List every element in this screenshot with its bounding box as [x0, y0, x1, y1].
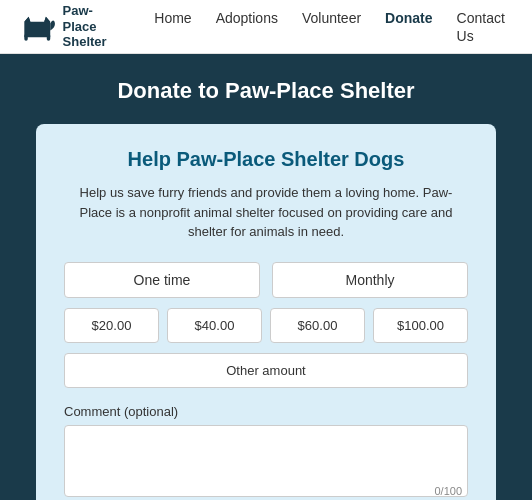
card-description: Help us save furry friends and provide t… — [64, 183, 468, 242]
svg-rect-4 — [47, 33, 50, 40]
card-title: Help Paw-Place Shelter Dogs — [64, 148, 468, 171]
navbar: Paw-Place Shelter Home Adoptions Volunte… — [0, 0, 532, 54]
nav-home[interactable]: Home — [154, 10, 191, 26]
logo-area: Paw-Place Shelter — [20, 3, 124, 50]
nav-adoptions[interactable]: Adoptions — [216, 10, 278, 26]
page-title: Donate to Paw-Place Shelter — [20, 78, 512, 104]
comment-label: Comment (optional) — [64, 404, 468, 419]
logo-text: Paw-Place Shelter — [63, 3, 125, 50]
nav-donate[interactable]: Donate — [385, 10, 432, 26]
svg-rect-3 — [24, 33, 27, 40]
amount-row: $20.00 $40.00 $60.00 $100.00 — [64, 308, 468, 343]
amount-20-button[interactable]: $20.00 — [64, 308, 159, 343]
amount-100-button[interactable]: $100.00 — [373, 308, 468, 343]
nav-contact[interactable]: Contact Us — [457, 10, 505, 44]
amount-40-button[interactable]: $40.00 — [167, 308, 262, 343]
other-amount-button[interactable]: Other amount — [64, 353, 468, 388]
frequency-monthly-button[interactable]: Monthly — [272, 262, 468, 298]
char-count: 0/100 — [434, 485, 462, 497]
amount-60-button[interactable]: $60.00 — [270, 308, 365, 343]
nav-links: Home Adoptions Volunteer Donate Contact … — [154, 9, 512, 45]
frequency-onetime-button[interactable]: One time — [64, 262, 260, 298]
comment-wrapper: 0/100 — [64, 425, 468, 501]
main-content: Donate to Paw-Place Shelter Help Paw-Pla… — [0, 54, 532, 500]
nav-volunteer[interactable]: Volunteer — [302, 10, 361, 26]
frequency-row: One time Monthly — [64, 262, 468, 298]
comment-textarea[interactable] — [64, 425, 468, 497]
logo-icon — [20, 9, 55, 45]
svg-marker-2 — [44, 16, 50, 21]
svg-marker-1 — [24, 16, 30, 21]
donate-card: Help Paw-Place Shelter Dogs Help us save… — [36, 124, 496, 500]
